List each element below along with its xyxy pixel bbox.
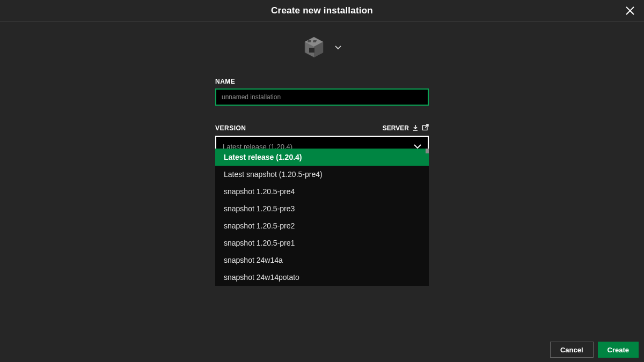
- create-button[interactable]: Create: [598, 342, 639, 358]
- version-option[interactable]: snapshot 1.20.5-pre4: [215, 183, 429, 200]
- svg-rect-5: [309, 48, 314, 53]
- dialog-title: Create new installation: [271, 5, 373, 16]
- close-icon: [625, 6, 635, 16]
- version-option[interactable]: snapshot 1.20.5-pre2: [215, 217, 429, 234]
- close-button[interactable]: [624, 4, 636, 17]
- dialog-footer: Cancel Create: [550, 342, 639, 362]
- dialog-header: Create new installation: [0, 0, 644, 22]
- version-option[interactable]: snapshot 24w14a: [215, 252, 429, 269]
- chevron-down-icon: [335, 42, 341, 52]
- server-label: SERVER: [383, 124, 409, 132]
- version-option[interactable]: Latest release (1.20.4): [215, 149, 429, 166]
- download-icon[interactable]: [412, 124, 419, 132]
- installation-form: NAME VERSION SERVER: [215, 78, 429, 157]
- installation-icon-selector[interactable]: [303, 36, 341, 58]
- scrollbar[interactable]: [426, 149, 429, 153]
- version-label: VERSION: [215, 124, 246, 132]
- version-option[interactable]: Latest snapshot (1.20.5-pre4): [215, 166, 429, 183]
- svg-line-11: [425, 124, 428, 128]
- version-label-row: VERSION SERVER: [215, 124, 429, 132]
- server-links: SERVER: [383, 124, 429, 132]
- version-option[interactable]: snapshot 1.20.5-pre1: [215, 234, 429, 252]
- version-option[interactable]: snapshot 1.20.5-pre3: [215, 200, 429, 217]
- name-input[interactable]: [215, 88, 429, 106]
- furnace-icon: [303, 36, 325, 58]
- external-link-icon[interactable]: [422, 124, 429, 132]
- name-label-row: NAME: [215, 78, 429, 85]
- name-label: NAME: [215, 78, 235, 85]
- version-section: VERSION SERVER: [215, 124, 429, 157]
- cancel-button[interactable]: Cancel: [550, 342, 594, 358]
- version-dropdown: Latest release (1.20.4) Latest snapshot …: [215, 149, 429, 286]
- version-option[interactable]: snapshot 24w14potato: [215, 269, 429, 286]
- dialog-content: NAME VERSION SERVER: [0, 22, 644, 157]
